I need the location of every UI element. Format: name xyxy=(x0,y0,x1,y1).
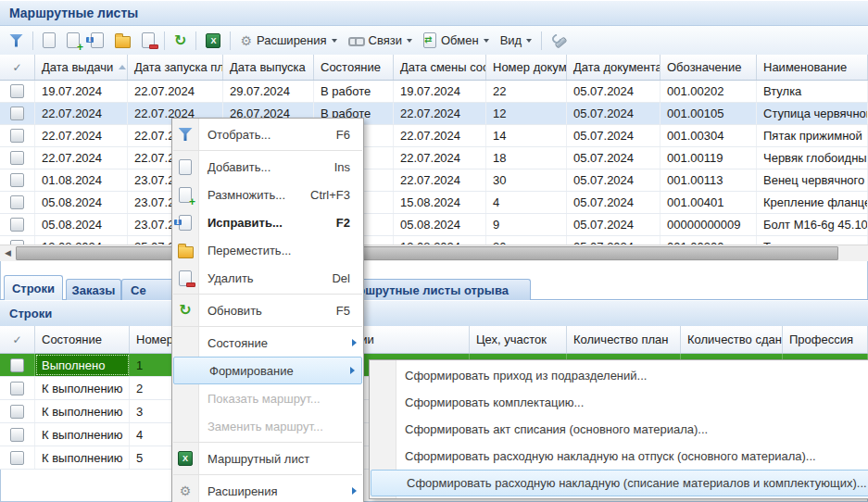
grid-cell[interactable]: 14 xyxy=(486,125,567,146)
checkbox-cell[interactable] xyxy=(0,423,35,446)
links-menu-button[interactable]: Связи xyxy=(344,31,417,50)
checkbox-cell[interactable] xyxy=(0,377,35,399)
move-button[interactable] xyxy=(110,30,135,51)
grid-cell[interactable]: 001.00105 xyxy=(660,103,757,124)
grid-cell[interactable]: В работе xyxy=(314,81,394,102)
grid-cell[interactable]: 05.07.2024 xyxy=(567,214,660,235)
header-cell[interactable]: Дата документа xyxy=(567,55,660,80)
grid-cell[interactable]: 13.08.2024 xyxy=(35,236,128,245)
checkbox[interactable] xyxy=(10,107,24,120)
grid-cell[interactable]: 001.00113 xyxy=(660,169,757,191)
checkbox[interactable] xyxy=(10,451,24,465)
grid-cell[interactable]: К выполнению xyxy=(35,400,130,422)
grid-cell[interactable]: 05.07.2024 xyxy=(567,169,660,191)
context-menu-item[interactable]: Добавить...Ins xyxy=(172,153,363,181)
add-button[interactable] xyxy=(38,30,60,51)
filter-button[interactable] xyxy=(5,31,28,50)
submenu-item[interactable]: Сформировать акт списания (основного мат… xyxy=(370,416,868,443)
checkbox-cell[interactable] xyxy=(0,400,35,422)
table-row[interactable]: 05.08.202423.07.202405.08.2024905.07.202… xyxy=(0,214,868,236)
header-cell[interactable]: Дата смены сос xyxy=(394,55,486,80)
context-menu-item[interactable]: Исправить...F2 xyxy=(172,208,363,236)
grid-cell[interactable]: 15.08.2024 xyxy=(394,192,486,213)
scrollbar-thumb[interactable] xyxy=(16,246,838,260)
header-cell[interactable]: Наименование xyxy=(757,55,868,80)
grid-cell[interactable]: 05.08.2024 xyxy=(394,214,486,235)
header-cell[interactable]: Состояние xyxy=(314,55,394,80)
checkbox[interactable] xyxy=(10,151,24,165)
checkbox-cell[interactable] xyxy=(0,192,35,213)
grid-cell[interactable]: К выполнению xyxy=(35,377,130,399)
checkbox-cell[interactable] xyxy=(0,354,35,376)
refresh-button[interactable]: ↻ xyxy=(170,31,191,51)
grid-cell[interactable]: 22.07.2024 xyxy=(394,169,486,191)
horizontal-scrollbar[interactable]: ◀ xyxy=(0,245,868,261)
checkbox-cell[interactable] xyxy=(0,125,35,146)
checkbox[interactable] xyxy=(10,218,24,232)
grid-cell[interactable]: 001.00119 xyxy=(660,147,757,169)
grid-cell[interactable]: Т xyxy=(757,236,868,245)
context-menu-item[interactable]: ⚙Расширения xyxy=(172,477,363,502)
tab-zakazy[interactable]: Заказы xyxy=(66,279,121,300)
header-cell[interactable]: Дата запуска пл xyxy=(128,55,223,80)
checkbox-cell[interactable] xyxy=(0,446,35,469)
grid-cell[interactable]: 001.00401 xyxy=(660,192,757,213)
grid-cell[interactable]: 22.07.2024 xyxy=(35,103,128,124)
header-cell[interactable]: Дата выпуска xyxy=(223,55,314,80)
context-menu-item[interactable]: Формирование xyxy=(173,357,362,384)
grid-cell[interactable]: Выполнено xyxy=(35,354,130,376)
grid-cell[interactable]: Болт М16-6g 45.109 xyxy=(757,214,868,235)
header-cell[interactable]: Количество сдано xyxy=(681,326,783,353)
grid-cell[interactable]: 001.00300 xyxy=(660,236,757,245)
header-cell[interactable]: ✓ xyxy=(0,326,35,353)
header-cell[interactable]: Дата выдачи xyxy=(35,55,128,80)
header-cell[interactable]: ✓ xyxy=(0,55,35,80)
context-menu-item[interactable]: ↻ОбновитьF5 xyxy=(172,296,363,324)
grid-cell[interactable]: 05.07.2024 xyxy=(567,147,660,169)
checkbox-cell[interactable] xyxy=(0,81,35,102)
grid-cell[interactable]: 22.07.2024 xyxy=(35,125,128,146)
tab-stroki[interactable]: Строки xyxy=(4,275,63,300)
grid-cell[interactable]: 22.07.2024 xyxy=(394,103,486,124)
checkbox[interactable] xyxy=(10,173,24,187)
context-menu-item[interactable]: XМаршрутный лист xyxy=(172,445,363,472)
grid-cell[interactable]: Червяк глобоидный xyxy=(757,147,868,169)
submenu-item[interactable]: Сформировать расходную накладную (списан… xyxy=(371,470,868,496)
grid-cell[interactable]: 30 xyxy=(486,236,567,245)
context-menu-item[interactable]: Состояние xyxy=(172,329,363,357)
grid-cell[interactable]: 18 xyxy=(486,147,567,169)
grid-cell[interactable]: 22.07.2024 xyxy=(35,147,128,169)
context-menu-item[interactable]: Размножить...Ctrl+F3 xyxy=(172,181,363,208)
context-menu-item[interactable]: Переместить... xyxy=(172,236,363,264)
header-cell[interactable]: Цех, участок xyxy=(470,326,567,353)
grid-cell[interactable]: 001.00202 xyxy=(660,81,757,102)
grid-cell[interactable]: 9 xyxy=(486,214,567,235)
extensions-menu-button[interactable]: ⚙ Расширения xyxy=(235,31,341,50)
exchange-menu-button[interactable]: Обмен xyxy=(419,30,494,51)
grid-cell[interactable]: Втулка xyxy=(757,81,868,102)
header-cell[interactable]: Количество план xyxy=(567,326,681,353)
grid-cell[interactable]: 05.07.2024 xyxy=(567,81,660,102)
checkbox[interactable] xyxy=(10,129,24,143)
grid-cell[interactable]: 4 xyxy=(486,192,567,213)
grid-cell[interactable]: Ступица червячного xyxy=(757,103,868,124)
grid-cell[interactable]: К выполнению xyxy=(35,423,130,446)
grid-cell[interactable]: Венец червячного к xyxy=(757,169,868,191)
table-row[interactable]: 19.07.202422.07.202429.07.2024В работе19… xyxy=(0,81,868,103)
grid-cell[interactable]: 05.08.2024 xyxy=(35,192,128,213)
checkbox[interactable] xyxy=(10,84,24,98)
grid-cell[interactable]: 22.07.2024 xyxy=(394,125,486,146)
table-row[interactable]: 22.07.202422.07.202422.07.20241405.07.20… xyxy=(0,125,868,147)
table-row[interactable]: 22.07.202422.07.202422.07.20241805.07.20… xyxy=(0,147,868,169)
scroll-left-arrow-icon[interactable]: ◀ xyxy=(0,245,16,261)
checkbox-cell[interactable] xyxy=(0,103,35,124)
grid-cell[interactable]: 05.07.2024 xyxy=(567,103,660,124)
grid-cell[interactable]: 001.00304 xyxy=(660,125,757,146)
checkbox-cell[interactable] xyxy=(0,169,35,191)
checkbox[interactable] xyxy=(10,428,24,442)
submenu-item[interactable]: Сформировать приход из подразделений... xyxy=(370,362,868,389)
header-cell[interactable]: Профессия xyxy=(783,326,868,353)
edit-button[interactable] xyxy=(86,30,108,51)
grid-cell[interactable]: 05.07.2024 xyxy=(567,236,660,245)
header-cell[interactable]: Состояние xyxy=(35,326,130,353)
